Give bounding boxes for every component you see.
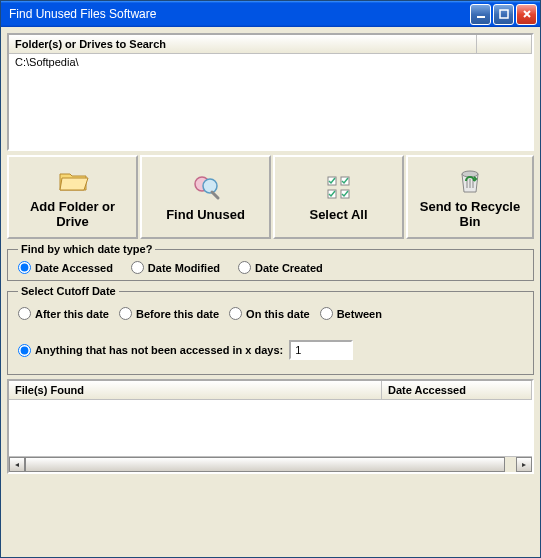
cutoff-fieldset: Select Cutoff Date After this date Befor…: [7, 285, 534, 375]
scroll-thumb[interactable]: [25, 457, 505, 472]
close-button[interactable]: [516, 4, 537, 25]
svg-rect-0: [477, 16, 485, 18]
folders-list[interactable]: C:\Softpedia\: [9, 54, 532, 149]
results-panel: File(s) Found Date Accessed ◂ ▸: [7, 379, 534, 474]
close-icon: [521, 8, 533, 20]
select-all-button[interactable]: Select All: [273, 155, 404, 239]
maximize-icon: [498, 8, 510, 20]
find-unused-label: Find Unused: [166, 208, 245, 223]
svg-rect-1: [500, 10, 508, 18]
window-controls: [470, 4, 537, 25]
radio-date-modified[interactable]: Date Modified: [131, 261, 220, 274]
scroll-track[interactable]: [25, 457, 516, 472]
radio-after-date[interactable]: After this date: [18, 307, 109, 320]
select-all-icon: [323, 172, 355, 204]
radio-after-label: After this date: [35, 308, 109, 320]
cutoff-row2: Anything that has not been accessed in x…: [18, 340, 523, 360]
radio-before-input[interactable]: [119, 307, 132, 320]
date-type-fieldset: Find by which date type? Date Accessed D…: [7, 243, 534, 281]
search-icon: [190, 172, 222, 204]
radio-between-input[interactable]: [320, 307, 333, 320]
radio-before-date[interactable]: Before this date: [119, 307, 219, 320]
recycle-button[interactable]: Send to Recycle Bin: [406, 155, 534, 239]
maximize-button[interactable]: [493, 4, 514, 25]
radio-date-created[interactable]: Date Created: [238, 261, 323, 274]
results-body[interactable]: [9, 400, 532, 456]
folders-panel: Folder(s) or Drives to Search C:\Softped…: [7, 33, 534, 151]
radio-date-accessed-input[interactable]: [18, 261, 31, 274]
add-folder-label: Add Folder or Drive: [13, 200, 132, 230]
radio-not-accessed[interactable]: Anything that has not been accessed in x…: [18, 344, 283, 357]
cutoff-legend: Select Cutoff Date: [18, 285, 119, 297]
results-col-files[interactable]: File(s) Found: [9, 381, 382, 399]
minimize-button[interactable]: [470, 4, 491, 25]
radio-date-accessed[interactable]: Date Accessed: [18, 261, 113, 274]
radio-not-accessed-input[interactable]: [18, 344, 31, 357]
radio-on-input[interactable]: [229, 307, 242, 320]
recycle-label: Send to Recycle Bin: [412, 200, 528, 230]
radio-between-label: Between: [337, 308, 382, 320]
add-folder-button[interactable]: Add Folder or Drive: [7, 155, 138, 239]
folders-header: Folder(s) or Drives to Search: [9, 35, 532, 54]
radio-date-accessed-label: Date Accessed: [35, 262, 113, 274]
content-area: Folder(s) or Drives to Search C:\Softped…: [1, 27, 540, 557]
horizontal-scrollbar[interactable]: ◂ ▸: [9, 456, 532, 472]
days-input[interactable]: [289, 340, 353, 360]
find-unused-button[interactable]: Find Unused: [140, 155, 271, 239]
minimize-icon: [475, 8, 487, 20]
titlebar: Find Unused Files Software: [1, 1, 540, 27]
radio-date-modified-label: Date Modified: [148, 262, 220, 274]
app-window: Find Unused Files Software Folder(s) or …: [0, 0, 541, 558]
date-type-options: Date Accessed Date Modified Date Created: [18, 261, 523, 274]
results-header: File(s) Found Date Accessed: [9, 381, 532, 400]
folder-item[interactable]: C:\Softpedia\: [15, 56, 526, 68]
toolbar: Add Folder or Drive Find Unused Sel: [7, 155, 534, 239]
radio-on-label: On this date: [246, 308, 310, 320]
radio-date-modified-input[interactable]: [131, 261, 144, 274]
radio-not-accessed-label: Anything that has not been accessed in x…: [35, 344, 283, 356]
scroll-left-button[interactable]: ◂: [9, 457, 25, 472]
date-type-legend: Find by which date type?: [18, 243, 155, 255]
radio-on-date[interactable]: On this date: [229, 307, 310, 320]
radio-date-created-input[interactable]: [238, 261, 251, 274]
cutoff-row1: After this date Before this date On this…: [18, 307, 523, 320]
radio-between[interactable]: Between: [320, 307, 382, 320]
svg-point-3: [203, 179, 217, 193]
folders-header-stub: [477, 35, 532, 53]
folder-icon: [57, 164, 89, 196]
recycle-bin-icon: [454, 164, 486, 196]
select-all-label: Select All: [309, 208, 367, 223]
folders-header-label[interactable]: Folder(s) or Drives to Search: [9, 35, 477, 53]
radio-before-label: Before this date: [136, 308, 219, 320]
radio-date-created-label: Date Created: [255, 262, 323, 274]
radio-after-input[interactable]: [18, 307, 31, 320]
scroll-right-button[interactable]: ▸: [516, 457, 532, 472]
results-col-date[interactable]: Date Accessed: [382, 381, 532, 399]
window-title: Find Unused Files Software: [9, 7, 470, 21]
